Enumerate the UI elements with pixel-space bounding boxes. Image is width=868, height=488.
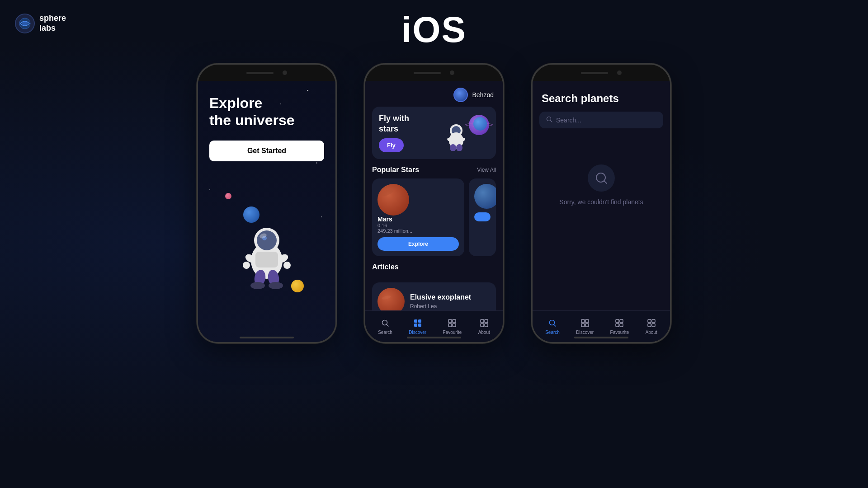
- power-btn: [336, 119, 337, 144]
- svg-rect-50: [616, 319, 619, 323]
- phones-container: Explore the universe Get Started: [197, 63, 671, 343]
- user-name: Behzod: [472, 91, 494, 99]
- phone-camera: [450, 70, 454, 75]
- banner-text-area: Fly with stars Fly: [379, 113, 409, 152]
- svg-line-43: [604, 181, 607, 183]
- get-started-button[interactable]: Get Started: [209, 141, 324, 161]
- discover-nav-icon: [580, 318, 590, 328]
- phone1-content: Explore the universe Get Started: [198, 81, 335, 342]
- nav-search[interactable]: Search: [545, 318, 560, 335]
- svg-rect-54: [648, 319, 651, 323]
- svg-rect-28: [414, 319, 417, 323]
- banner-illustration: [444, 115, 489, 151]
- planet-cards: Mars 0.16 249.23 million... Explore: [365, 178, 503, 256]
- about-nav-icon: [646, 318, 656, 328]
- nav-favourite-label: Favourite: [443, 330, 462, 335]
- nav-search[interactable]: Search: [378, 318, 392, 335]
- mars-planet: [377, 184, 409, 216]
- planet-card-partial: [469, 178, 496, 256]
- svg-point-14: [269, 282, 283, 289]
- svg-rect-18: [255, 252, 278, 267]
- svg-rect-36: [481, 319, 484, 323]
- planet-small: [473, 117, 487, 131]
- planet-medium: [243, 206, 259, 223]
- about-nav-icon: [479, 318, 489, 328]
- svg-point-9: [243, 262, 250, 269]
- phone-search: Search planets Search...: [531, 63, 671, 343]
- article-text: Elusive exoplanet Robert Lea: [410, 293, 471, 310]
- phone-top-bar: [198, 65, 335, 81]
- nav-about-label: About: [646, 330, 657, 335]
- nav-discover-label: Discover: [409, 330, 426, 335]
- phone-camera: [283, 70, 287, 75]
- nav-favourite[interactable]: Favourite: [443, 318, 462, 335]
- search-title: Search planets: [533, 81, 670, 112]
- articles-title: Articles: [372, 263, 399, 271]
- svg-rect-57: [652, 324, 655, 327]
- explore-screen: Explore the universe Get Started: [198, 81, 335, 342]
- view-all-link[interactable]: View All: [477, 167, 496, 173]
- logo-icon: [15, 14, 35, 33]
- logo: sphere labs: [15, 14, 66, 33]
- volume-down-btn: [364, 130, 365, 146]
- banner-title: Fly with stars: [379, 113, 409, 135]
- discover-nav-icon: [413, 318, 423, 328]
- nav-about[interactable]: About: [646, 318, 657, 335]
- article-title: Elusive exoplanet: [410, 293, 471, 301]
- svg-point-13: [250, 282, 265, 289]
- svg-line-27: [387, 325, 389, 327]
- svg-rect-30: [414, 324, 417, 327]
- phone-speaker: [414, 72, 441, 74]
- planet-yellow: [291, 280, 304, 292]
- explore-btn-partial: [474, 212, 491, 221]
- svg-point-4: [257, 230, 277, 250]
- phone-explore: Explore the universe Get Started: [197, 63, 337, 343]
- home-indicator: [574, 337, 628, 338]
- articles-header: Articles: [365, 256, 503, 276]
- phone-speaker: [246, 72, 274, 74]
- fly-banner: Fly with stars Fly: [372, 107, 496, 159]
- svg-rect-51: [620, 319, 623, 323]
- planet-card-mars: Mars 0.16 249.23 million... Explore: [372, 178, 464, 256]
- search-nav-icon: [380, 318, 390, 328]
- planet-name: Mars: [377, 216, 459, 223]
- logo-text: sphere labs: [39, 14, 66, 33]
- svg-rect-46: [581, 319, 585, 323]
- explore-button[interactable]: Explore: [377, 237, 459, 251]
- nav-search-label: Search: [545, 330, 560, 335]
- star-dot: [316, 162, 317, 164]
- svg-rect-35: [453, 324, 456, 327]
- svg-rect-56: [648, 324, 651, 327]
- nav-about-label: About: [478, 330, 490, 335]
- popular-stars-title: Popular Stars: [372, 166, 419, 174]
- platform-title: iOS: [401, 9, 467, 51]
- volume-down-btn: [197, 130, 198, 146]
- planet-pink-small: [225, 193, 231, 199]
- nav-favourite[interactable]: Favourite: [610, 318, 629, 335]
- astronaut-illustration: [207, 188, 326, 315]
- discover-header: Behzod: [365, 81, 503, 107]
- search-icon: [546, 116, 552, 124]
- empty-state-icon: [588, 164, 615, 192]
- svg-rect-34: [448, 324, 452, 327]
- search-bar[interactable]: Search...: [539, 112, 663, 128]
- svg-rect-29: [418, 319, 421, 323]
- phone-camera: [617, 70, 622, 75]
- favourite-nav-icon: [614, 318, 624, 328]
- svg-rect-38: [481, 324, 484, 327]
- empty-message: Sorry, we couldn't find planets: [559, 198, 643, 206]
- svg-rect-33: [453, 319, 456, 323]
- discover-screen: Behzod Fly with stars Fly: [365, 81, 503, 342]
- nav-about[interactable]: About: [478, 318, 490, 335]
- volume-up-btn: [197, 110, 198, 126]
- nav-discover[interactable]: Discover: [576, 318, 594, 335]
- star-dot: [280, 103, 281, 104]
- svg-rect-53: [620, 324, 623, 327]
- home-indicator: [240, 337, 294, 338]
- svg-point-26: [382, 320, 387, 325]
- nav-discover[interactable]: Discover: [409, 318, 426, 335]
- svg-point-10: [283, 262, 291, 269]
- volume-up-btn: [531, 110, 532, 126]
- phone-top-bar: [533, 65, 670, 81]
- fly-button[interactable]: Fly: [379, 138, 404, 152]
